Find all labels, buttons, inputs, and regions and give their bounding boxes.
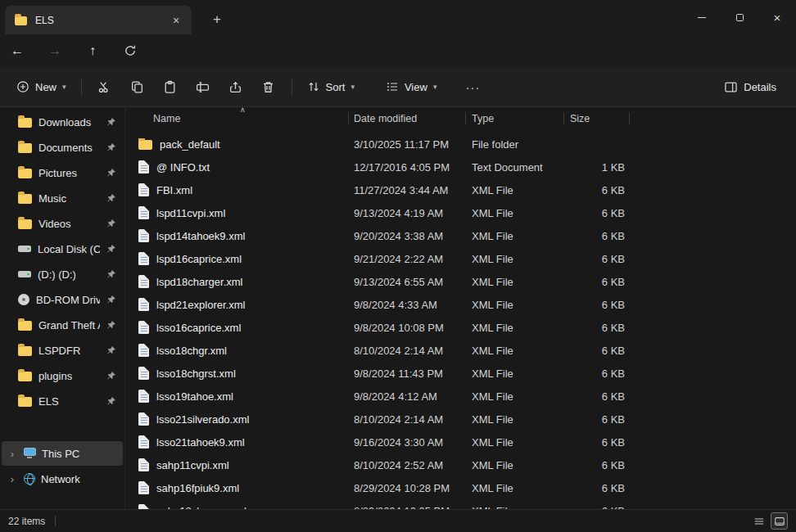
file-date: 8/10/2024 2:52 AM: [349, 459, 466, 471]
tab-close-button[interactable]: ×: [167, 11, 185, 29]
file-row[interactable]: lspd14tahoek9.xml 9/20/2024 3:38 AM XML …: [125, 224, 796, 247]
sort-button[interactable]: Sort ▾: [299, 73, 363, 101]
new-button[interactable]: New ▾: [8, 73, 75, 101]
file-row[interactable]: sahp16fpiuk9.xml 8/29/2024 10:28 PM XML …: [125, 476, 796, 499]
file-row[interactable]: lsso18chgrst.xml 9/8/2024 11:43 PM XML F…: [125, 362, 796, 385]
file-size: 6 KB: [564, 207, 630, 219]
file-row[interactable]: sahp11cvpi.xml 8/10/2024 2:52 AM XML Fil…: [125, 453, 796, 476]
file-name: FBI.xml: [156, 184, 192, 196]
file-date: 8/10/2024 2:14 AM: [349, 345, 466, 357]
copy-button[interactable]: [121, 73, 154, 101]
sidebar-item-label: plugins: [38, 370, 100, 382]
refresh-button[interactable]: [118, 38, 142, 63]
maximize-button[interactable]: [721, 0, 758, 34]
file-type: XML File: [466, 253, 564, 265]
trash-icon: [261, 80, 275, 94]
sidebar-item-pictures[interactable]: Pictures: [2, 160, 123, 185]
view-button[interactable]: View ▾: [378, 73, 445, 101]
sidebar-item-label: Network: [41, 473, 118, 485]
sidebar-item-els[interactable]: ELS: [2, 389, 123, 413]
sidebar-item-label: Documents: [38, 142, 100, 154]
sidebar-item-this-pc[interactable]: › This PC: [2, 441, 123, 466]
rename-button[interactable]: [187, 73, 219, 101]
file-type: File folder: [466, 138, 564, 151]
see-more-button[interactable]: ···: [456, 73, 489, 101]
file-row[interactable]: lsso16caprice.xml 9/8/2024 10:08 PM XML …: [125, 316, 796, 339]
sidebar-item-documents[interactable]: Documents: [2, 135, 123, 160]
column-header-label: Size: [570, 113, 590, 124]
paste-icon: [163, 80, 177, 94]
file-name: lsso21tahoek9.xml: [156, 436, 245, 449]
cut-button[interactable]: [88, 73, 121, 101]
cut-icon: [97, 80, 111, 94]
new-button-label: New: [35, 81, 57, 93]
file-size: 6 KB: [564, 413, 630, 426]
file-name: lsso21silverado.xml: [156, 413, 249, 426]
status-bar: 22 items: [0, 509, 796, 532]
toolbar-separator: [81, 78, 82, 96]
file-date: 12/17/2016 4:05 PM: [349, 161, 466, 174]
share-button[interactable]: [219, 73, 252, 101]
sidebar-item-network[interactable]: › Network: [2, 467, 123, 491]
navigation-sidebar: Downloads Documents Pictures Music Video…: [0, 107, 124, 509]
file-list-area: ∧ Name Date modified Type Size pack_defa…: [124, 107, 796, 509]
file-row[interactable]: FBI.xml 11/27/2024 3:44 AM XML File 6 KB: [125, 178, 796, 201]
thumbnail-view-button[interactable]: [771, 512, 788, 530]
file-type: XML File: [466, 184, 564, 196]
sidebar-item-music[interactable]: Music: [2, 186, 123, 210]
file-row[interactable]: lsso18chgr.xml 8/10/2024 2:14 AM XML Fil…: [125, 339, 796, 362]
sidebar-item-downloads[interactable]: Downloads: [2, 110, 123, 134]
file-size: 6 KB: [564, 322, 630, 334]
file-size: 6 KB: [564, 253, 630, 265]
column-header-size[interactable]: Size: [564, 107, 630, 129]
chevron-right-icon[interactable]: ›: [7, 448, 18, 460]
tab-els[interactable]: ELS ×: [5, 6, 192, 34]
column-header-name[interactable]: Name: [132, 107, 349, 129]
paste-button[interactable]: [154, 73, 187, 101]
file-name: lspd16caprice.xml: [156, 253, 242, 265]
file-row[interactable]: lsso21tahoek9.xml 9/16/2024 3:30 AM XML …: [125, 431, 796, 453]
file-name: lsso18chgrst.xml: [156, 367, 236, 380]
sidebar-item-videos[interactable]: Videos: [2, 211, 123, 236]
sidebar-item-plugins[interactable]: plugins: [2, 363, 123, 388]
forward-button[interactable]: →: [43, 38, 67, 63]
folder-icon: [15, 16, 27, 25]
minimize-button[interactable]: [683, 0, 721, 34]
file-date: 9/8/2024 4:12 AM: [349, 390, 466, 403]
close-button[interactable]: ×: [758, 0, 796, 34]
disc-icon: [18, 294, 29, 305]
chevron-right-icon[interactable]: ›: [7, 473, 18, 485]
sidebar-item-lspdfr[interactable]: LSPDFR: [2, 338, 123, 363]
sidebar-item-local-disk-c[interactable]: Local Disk (C: [2, 237, 123, 261]
new-tab-button[interactable]: +: [206, 9, 228, 30]
xml-file-icon: [138, 183, 149, 196]
up-button[interactable]: ↑: [80, 38, 105, 63]
file-row[interactable]: @ INFO.txt 12/17/2016 4:05 PM Text Docum…: [125, 156, 796, 178]
file-row[interactable]: lsso21silverado.xml 8/10/2024 2:14 AM XM…: [125, 408, 796, 431]
file-row[interactable]: pack_default 3/10/2025 11:17 PM File fol…: [125, 133, 796, 156]
new-plus-icon: [16, 80, 29, 93]
file-name: pack_default: [160, 138, 220, 151]
sidebar-item-drive-d[interactable]: (D:) (D:): [2, 262, 123, 286]
xml-file-icon: [138, 252, 149, 265]
column-header-date-modified[interactable]: Date modified: [349, 107, 466, 129]
column-header-type[interactable]: Type: [466, 107, 564, 129]
details-pane-button[interactable]: Details: [716, 73, 785, 101]
back-button[interactable]: ←: [5, 38, 29, 63]
file-row[interactable]: lspd16caprice.xml 9/21/2024 2:22 AM XML …: [125, 247, 796, 270]
music-folder-icon: [18, 194, 32, 204]
details-view-button[interactable]: [750, 512, 767, 530]
view-button-label: View: [405, 81, 427, 93]
delete-button[interactable]: [252, 73, 285, 101]
sort-button-label: Sort: [326, 81, 346, 93]
xml-file-icon: [138, 367, 149, 380]
file-row[interactable]: lspd11cvpi.xml 9/13/2024 4:19 AM XML Fil…: [125, 201, 796, 224]
file-row-partially-visible[interactable]: sahp18charger.xml 8/29/2024 10:05 PM XML…: [125, 499, 796, 509]
sidebar-item-grand-theft[interactable]: Grand Theft A: [2, 313, 123, 337]
file-row[interactable]: lsso19tahoe.xml 9/8/2024 4:12 AM XML Fil…: [125, 385, 796, 408]
maximize-icon: [736, 14, 744, 21]
file-row[interactable]: lspd21explorer.xml 9/8/2024 4:33 AM XML …: [125, 293, 796, 316]
file-row[interactable]: lspd18charger.xml 9/13/2024 6:55 AM XML …: [125, 270, 796, 293]
sidebar-item-bd-rom[interactable]: BD-ROM Driv: [2, 287, 123, 312]
file-type: XML File: [466, 436, 564, 449]
